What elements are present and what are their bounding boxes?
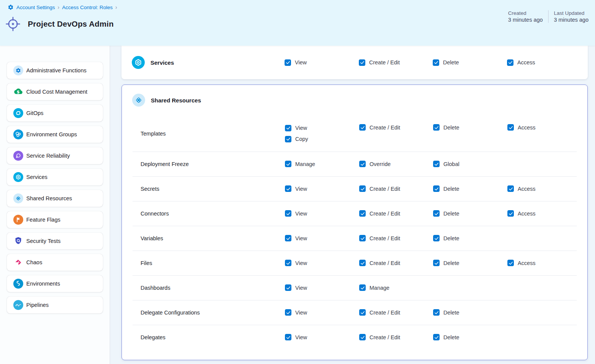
checkbox-dashboards-manage[interactable] [359, 284, 366, 291]
checkbox-connectors-create-edit[interactable] [359, 210, 366, 217]
permission-cell: Delete [433, 185, 507, 192]
permission-variables-view[interactable]: View [285, 235, 307, 241]
checkbox-templates-create-edit[interactable] [359, 124, 366, 131]
checkbox-services-view[interactable] [285, 59, 291, 66]
checkbox-templates-delete[interactable] [433, 124, 440, 131]
permission-services-access[interactable]: Access [507, 59, 535, 66]
sidebar-item-administrative-functions[interactable]: Administrative Functions [7, 62, 103, 79]
checkbox-delegates-create-edit[interactable] [359, 334, 366, 340]
checkbox-files-create-edit[interactable] [359, 260, 366, 266]
permission-delegates-create-edit[interactable]: Create / Edit [359, 334, 400, 340]
permission-delegate-configurations-create-edit[interactable]: Create / Edit [359, 309, 400, 316]
permission-files-view[interactable]: View [285, 260, 307, 266]
checkbox-services-create-edit[interactable] [359, 59, 365, 66]
sidebar-item-label: Cloud Cost Management [26, 89, 87, 95]
checkbox-secrets-create-edit[interactable] [359, 185, 366, 192]
permission-delegates-delete[interactable]: Delete [433, 334, 459, 340]
checkbox-secrets-access[interactable] [507, 185, 514, 192]
checkbox-variables-create-edit[interactable] [359, 235, 366, 241]
permission-label: Create / Edit [369, 59, 400, 65]
permission-row-dashboards: DashboardsViewManage [122, 275, 587, 300]
checkbox-secrets-view[interactable] [285, 185, 291, 192]
sidebar-item-service-reliability[interactable]: Service Reliability [7, 147, 103, 164]
checkbox-services-delete[interactable] [433, 59, 439, 66]
checkbox-secrets-delete[interactable] [433, 185, 440, 192]
permission-templates-view[interactable]: View [285, 125, 307, 131]
permission-dashboards-view[interactable]: View [285, 284, 307, 291]
permission-dashboards-manage[interactable]: Manage [359, 284, 389, 291]
checkbox-deployment-freeze-manage[interactable] [285, 161, 291, 167]
sidebar-item-label: Administrative Functions [26, 67, 86, 73]
checkbox-delegate-configurations-delete[interactable] [433, 309, 440, 316]
permission-templates-copy[interactable]: Copy [285, 136, 308, 142]
permission-templates-access[interactable]: Access [507, 124, 536, 131]
permission-files-access[interactable]: Access [507, 260, 536, 266]
sidebar-item-label: Chaos [26, 259, 42, 265]
permission-row-label: Secrets [122, 186, 285, 192]
permission-services-delete[interactable]: Delete [433, 59, 459, 66]
permission-cell: Manage [359, 284, 433, 291]
permission-label: Override [369, 161, 391, 167]
checkbox-connectors-delete[interactable] [433, 210, 440, 217]
permission-files-create-edit[interactable]: Create / Edit [359, 260, 400, 266]
permission-connectors-access[interactable]: Access [507, 210, 536, 217]
permission-templates-create-edit[interactable]: Create / Edit [359, 124, 400, 131]
checkbox-connectors-access[interactable] [507, 210, 514, 217]
sidebar-item-services[interactable]: Services [7, 169, 103, 185]
checkbox-files-delete[interactable] [433, 260, 440, 266]
breadcrumb-account-settings[interactable]: Account Settings [16, 5, 55, 10]
permission-templates-delete[interactable]: Delete [433, 124, 459, 131]
last-updated-block: Last Updated 3 minutes ago [554, 10, 589, 23]
checkbox-templates-access[interactable] [507, 124, 514, 131]
permission-label: Manage [369, 285, 389, 291]
checkbox-connectors-view[interactable] [285, 210, 291, 217]
permission-secrets-access[interactable]: Access [507, 185, 536, 192]
permission-files-delete[interactable]: Delete [433, 260, 459, 266]
checkbox-variables-delete[interactable] [433, 235, 440, 241]
checkbox-deployment-freeze-global[interactable] [433, 161, 440, 167]
permission-variables-create-edit[interactable]: Create / Edit [359, 235, 400, 241]
permission-secrets-create-edit[interactable]: Create / Edit [359, 185, 400, 192]
sidebar-item-security-tests[interactable]: Security Tests [7, 233, 103, 249]
checkbox-delegate-configurations-view[interactable] [285, 309, 291, 316]
checkbox-files-access[interactable] [507, 260, 514, 266]
permission-label: Access [518, 186, 536, 192]
permission-delegates-view[interactable]: View [285, 334, 307, 340]
permission-deployment-freeze-global[interactable]: Global [433, 161, 459, 167]
permission-variables-delete[interactable]: Delete [433, 235, 459, 241]
permission-secrets-delete[interactable]: Delete [433, 185, 459, 192]
checkbox-delegate-configurations-create-edit[interactable] [359, 309, 366, 316]
sidebar-item-shared-resources[interactable]: Shared Resources [7, 190, 103, 207]
sidebar-item-gitops[interactable]: GitOps [7, 105, 103, 121]
breadcrumb-access-control-roles[interactable]: Access Control: Roles [62, 5, 113, 10]
permission-secrets-view[interactable]: View [285, 185, 307, 192]
checkbox-dashboards-view[interactable] [285, 284, 291, 291]
sidebar-item-label: Environment Groups [26, 131, 77, 137]
checkbox-files-view[interactable] [285, 260, 291, 266]
permission-deployment-freeze-override[interactable]: Override [359, 161, 391, 167]
checkbox-delegates-view[interactable] [285, 334, 291, 340]
sidebar-item-cloud-cost-management[interactable]: $Cloud Cost Management [7, 83, 103, 100]
sidebar-item-pipelines[interactable]: Pipelines [7, 297, 103, 313]
gitops-icon [13, 108, 23, 118]
sidebar-item-feature-flags[interactable]: Feature Flags [7, 211, 103, 228]
permission-row-label: Delegate Configurations [122, 310, 285, 316]
sidebar-item-environment-groups[interactable]: Environment Groups [7, 126, 103, 143]
permission-delegate-configurations-delete[interactable]: Delete [433, 309, 459, 316]
checkbox-services-access[interactable] [507, 59, 513, 66]
permission-connectors-create-edit[interactable]: Create / Edit [359, 210, 400, 217]
permission-delegate-configurations-view[interactable]: View [285, 309, 307, 316]
permission-cell: Access [507, 185, 587, 192]
checkbox-templates-copy[interactable] [285, 136, 291, 142]
permission-connectors-delete[interactable]: Delete [433, 210, 459, 217]
permission-services-create-edit[interactable]: Create / Edit [359, 59, 400, 66]
checkbox-delegates-delete[interactable] [433, 334, 440, 340]
checkbox-variables-view[interactable] [285, 235, 291, 241]
sidebar-item-environments[interactable]: Environments [7, 275, 103, 292]
permission-deployment-freeze-manage[interactable]: Manage [285, 161, 315, 167]
permission-services-view[interactable]: View [285, 59, 307, 66]
checkbox-templates-view[interactable] [285, 125, 291, 131]
checkbox-deployment-freeze-override[interactable] [359, 161, 366, 167]
permission-connectors-view[interactable]: View [285, 210, 307, 217]
sidebar-item-chaos[interactable]: Chaos [7, 254, 103, 271]
